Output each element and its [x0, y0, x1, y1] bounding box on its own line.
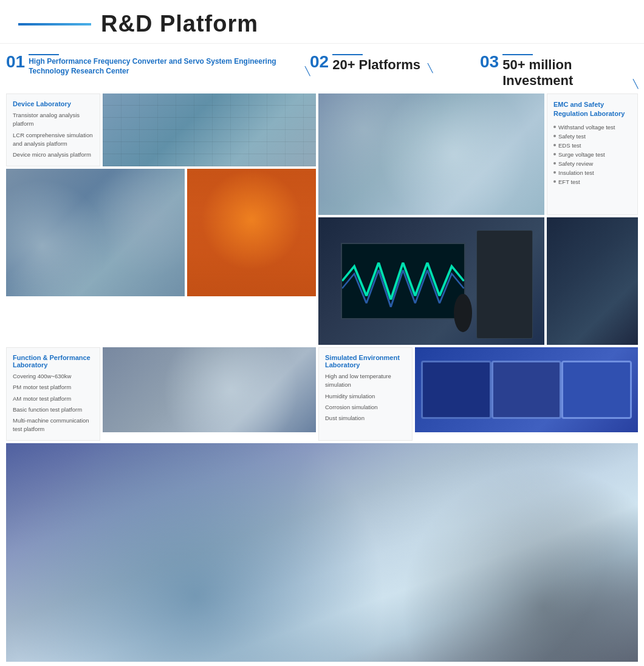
sub-label-3: 50+ million Investment — [502, 57, 626, 89]
manufacturing-img-bg — [6, 169, 185, 296]
emc-dot-5 — [553, 162, 556, 165]
emc-dot-1 — [553, 126, 556, 128]
emc-item-7: EFT test — [553, 178, 631, 185]
orange-machine-image — [187, 169, 316, 296]
page-title: R&D Platform — [101, 11, 258, 37]
sub-arrow-1: ╲ — [305, 66, 310, 76]
bottom-img-bg — [6, 443, 638, 662]
emc-dot-2 — [553, 135, 556, 137]
device-lab-image — [103, 93, 316, 166]
oscilloscope-controls — [476, 230, 533, 339]
emc-dot-4 — [553, 153, 556, 155]
device-lab-text: Device Laboratory Transistor analog anal… — [6, 93, 100, 166]
sim-env-img-bg — [415, 347, 638, 432]
right-panel — [318, 93, 544, 345]
emc-dot-7 — [553, 180, 556, 183]
sub-label-1: High Performance Frequency Converter and… — [29, 57, 298, 76]
sim-env-image — [415, 347, 638, 432]
sub-label-2: 20+ Platforms — [332, 57, 420, 73]
middle-row: Function & Performance Laboratory Coveri… — [6, 347, 638, 441]
sub-num-2: 02 — [310, 52, 329, 72]
sub-divider-1 — [29, 54, 59, 55]
device-lab-row: Device Laboratory Transistor analog anal… — [6, 93, 316, 166]
device-lab-item-1: Transistor analog analysis platform — [13, 111, 94, 129]
oscilloscope-screen — [341, 243, 465, 319]
chamber-2 — [492, 361, 562, 419]
sim-item-2: Humidity simulation — [325, 392, 406, 401]
emc-item-5: Safety review — [553, 160, 631, 167]
sub-arrow-3: ╲ — [633, 79, 638, 89]
lab-person-image — [318, 93, 544, 215]
emc-panel-bottom-img — [547, 217, 638, 345]
sim-item-3: Corrosion simulation — [325, 403, 406, 412]
header-accent-line — [18, 23, 91, 25]
lab-person-img-bg — [318, 93, 544, 215]
func-lab-image — [103, 347, 316, 432]
sub-divider-2 — [332, 54, 363, 55]
main-content: Device Laboratory Transistor analog anal… — [0, 93, 644, 662]
func-item-4: Basic function test platform — [13, 406, 94, 414]
sub-arrow-2: ╲ — [428, 63, 433, 73]
sim-env-section: Simulated Environment Laboratory High an… — [318, 347, 638, 441]
device-lab-item-2: LCR comprehensive simulation and analysi… — [13, 131, 94, 149]
func-lab-text: Function & Performance Laboratory Coveri… — [6, 347, 100, 441]
func-lab-img-bg — [103, 347, 316, 432]
emc-lab-title: EMC and Safety Regulation Laboratory — [553, 100, 631, 119]
emc-item-3: EDS test — [553, 142, 631, 149]
emc-item-6: Insulation test — [553, 169, 631, 176]
bottom-gradient-overlay — [6, 443, 638, 662]
emc-dot-3 — [553, 144, 556, 146]
sub-header-row: 01 High Performance Frequency Converter … — [0, 44, 644, 93]
sim-env-text: Simulated Environment Laboratory High an… — [318, 347, 413, 441]
bottom-large-image — [6, 443, 638, 662]
sub-num-1: 01 — [6, 52, 25, 72]
sub-item-3: 03 50+ million Investment ╲ — [480, 52, 638, 89]
sim-item-4: Dust simulation — [325, 414, 406, 423]
dark-equipment-bg — [547, 217, 638, 345]
emc-item-2: Safety test — [553, 133, 631, 140]
sub-item-2: 02 20+ Platforms ╲ — [310, 52, 480, 73]
oscilloscope-image — [318, 217, 544, 345]
wave-svg — [342, 244, 464, 318]
left-panel: Device Laboratory Transistor analog anal… — [6, 93, 316, 345]
top-row: Device Laboratory Transistor analog anal… — [6, 93, 638, 345]
large-img-row — [6, 169, 316, 296]
func-item-5: Multi-machine communication test platfor… — [13, 416, 94, 434]
sub-num-3: 03 — [480, 52, 499, 72]
func-item-1: Covering 400w~630kw — [13, 372, 94, 381]
emc-panel: EMC and Safety Regulation Laboratory Wit… — [547, 93, 638, 345]
device-lab-item-3: Device micro analysis platform — [13, 151, 94, 159]
emc-item-1: Withstand voltage test — [553, 124, 631, 131]
sim-item-1: High and low temperature simulation — [325, 372, 406, 390]
manufacturing-image — [6, 169, 185, 296]
oscilloscope-knob — [454, 294, 472, 332]
func-item-2: PM motor test platform — [13, 383, 94, 392]
emc-dot-6 — [553, 171, 556, 174]
chamber-1 — [421, 361, 492, 419]
device-lab-img-bg — [103, 93, 316, 166]
oscilloscope-img-bg — [318, 217, 544, 345]
chamber-3 — [561, 361, 632, 419]
page-header: R&D Platform — [0, 0, 644, 44]
func-lab-section: Function & Performance Laboratory Coveri… — [6, 347, 316, 441]
device-lab-title: Device Laboratory — [13, 100, 94, 107]
orange-machine-img-bg — [187, 169, 316, 296]
sub-divider-3 — [502, 54, 533, 55]
emc-lab-text: EMC and Safety Regulation Laboratory Wit… — [547, 93, 638, 215]
emc-item-4: Surge voltage test — [553, 151, 631, 158]
sub-item-1: 01 High Performance Frequency Converter … — [6, 52, 310, 76]
sim-env-title: Simulated Environment Laboratory — [325, 354, 406, 369]
func-item-3: AM motor test platform — [13, 395, 94, 403]
func-lab-title: Function & Performance Laboratory — [13, 354, 94, 369]
